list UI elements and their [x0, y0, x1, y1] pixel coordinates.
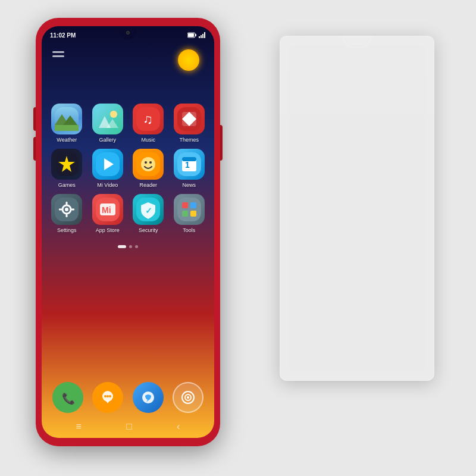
phone-device: 11:02 PM [36, 18, 220, 446]
status-time: 11:02 PM [50, 32, 76, 39]
front-camera [126, 31, 130, 35]
svg-point-26 [145, 161, 147, 164]
app-item-music[interactable]: ♫ Music [129, 104, 168, 143]
app-item-gallery[interactable]: Gallery [89, 104, 127, 143]
app-item-tools[interactable]: Tools [170, 194, 209, 233]
signal-icon [199, 32, 206, 38]
svg-rect-6 [204, 32, 205, 38]
games-app-graphic [55, 152, 79, 176]
page-dots [42, 245, 214, 248]
page-dot-1 [118, 245, 126, 248]
mivideo-icon [92, 149, 123, 180]
app-item-mivideo[interactable]: Mi Video [89, 149, 127, 188]
gallery-label: Gallery [99, 137, 116, 143]
music-label: Music [141, 137, 155, 143]
svg-rect-35 [66, 202, 68, 205]
battery-icon [187, 32, 197, 38]
nav-bar: ≡ □ ‹ [42, 421, 214, 432]
svg-point-53 [107, 395, 109, 397]
appstore-label: App Store [96, 227, 120, 233]
svg-rect-5 [202, 34, 203, 38]
svg-rect-10 [55, 125, 79, 131]
dash-2 [52, 55, 64, 57]
mivideo-label: Mi Video [97, 182, 118, 188]
svg-marker-51 [105, 400, 110, 403]
messages-app-icon [92, 382, 123, 413]
app-item-security[interactable]: ✓ Security [129, 194, 168, 233]
themes-app-graphic [177, 107, 201, 131]
phone-icon-svg: 📞 [60, 389, 76, 406]
settings-label: Settings [57, 227, 77, 233]
svg-rect-2 [188, 33, 194, 37]
appstore-icon: Mi [92, 194, 123, 225]
svg-rect-31 [182, 157, 196, 161]
svg-text:📞: 📞 [62, 392, 76, 405]
volume-up-button[interactable] [33, 107, 36, 131]
games-icon [51, 149, 82, 180]
tools-icon [174, 194, 205, 225]
nav-back[interactable]: ‹ [177, 421, 180, 432]
dock-chat[interactable] [133, 382, 164, 413]
music-icon: ♫ [133, 104, 164, 134]
page-dot-2 [129, 245, 132, 248]
app-item-settings[interactable]: Settings [48, 194, 86, 233]
dash-1 [52, 51, 64, 53]
app-grid: Weather [42, 104, 214, 233]
reader-label: Reader [139, 182, 157, 188]
svg-rect-38 [71, 209, 74, 211]
settings-app-graphic [55, 198, 79, 221]
svg-rect-46 [190, 202, 196, 208]
weather-icon [51, 104, 82, 134]
status-icons [187, 32, 206, 38]
svg-point-54 [109, 395, 111, 397]
news-app-graphic: 1 [177, 152, 201, 176]
phone-screen: 11:02 PM [42, 26, 214, 438]
camera-app-icon [173, 382, 203, 413]
svg-rect-4 [201, 35, 202, 38]
power-button[interactable] [220, 125, 223, 161]
svg-rect-47 [182, 211, 188, 217]
svg-point-34 [65, 208, 68, 211]
svg-text:Mi: Mi [102, 205, 111, 215]
reader-icon [133, 149, 164, 180]
svg-rect-45 [182, 202, 188, 208]
dock-phone[interactable]: 📞 [52, 382, 83, 413]
app-item-reader[interactable]: Reader [129, 149, 168, 188]
svg-point-25 [141, 157, 155, 171]
mivideo-app-graphic [96, 152, 120, 176]
gallery-icon [92, 104, 123, 134]
gallery-app-graphic [96, 107, 120, 131]
page-dot-3 [135, 245, 138, 248]
chat-icon-svg [140, 389, 156, 406]
temperature-widget [52, 51, 64, 57]
nav-home[interactable]: □ [126, 421, 132, 432]
svg-rect-3 [199, 36, 200, 38]
weather-sun-widget [175, 46, 202, 74]
svg-point-27 [149, 161, 152, 164]
chat-app-icon [133, 382, 164, 413]
app-item-themes[interactable]: Themes [170, 104, 209, 143]
app-item-games[interactable]: Games [48, 149, 86, 188]
app-item-weather[interactable]: Weather [48, 104, 86, 143]
volume-down-button[interactable] [33, 137, 36, 161]
reader-app-graphic [136, 152, 160, 176]
svg-rect-37 [59, 209, 62, 211]
svg-text:✓: ✓ [145, 206, 152, 215]
music-app-graphic: ♫ [136, 107, 160, 131]
sun-icon [178, 49, 199, 71]
security-icon: ✓ [133, 194, 164, 225]
settings-icon [51, 194, 82, 225]
weather-app-graphic [55, 107, 79, 131]
games-label: Games [58, 182, 76, 188]
nav-menu[interactable]: ≡ [76, 421, 82, 432]
app-item-appstore[interactable]: Mi App Store [89, 194, 127, 233]
dock-messages[interactable] [92, 382, 123, 413]
svg-text:1: 1 [185, 160, 190, 170]
app-item-news[interactable]: 1 News [170, 149, 209, 188]
svg-text:♫: ♫ [143, 112, 153, 127]
glass-shine [280, 36, 434, 174]
svg-rect-36 [66, 214, 68, 217]
dock-camera[interactable] [173, 382, 203, 413]
camera-icon-svg [180, 389, 196, 406]
tools-app-graphic [177, 198, 201, 221]
